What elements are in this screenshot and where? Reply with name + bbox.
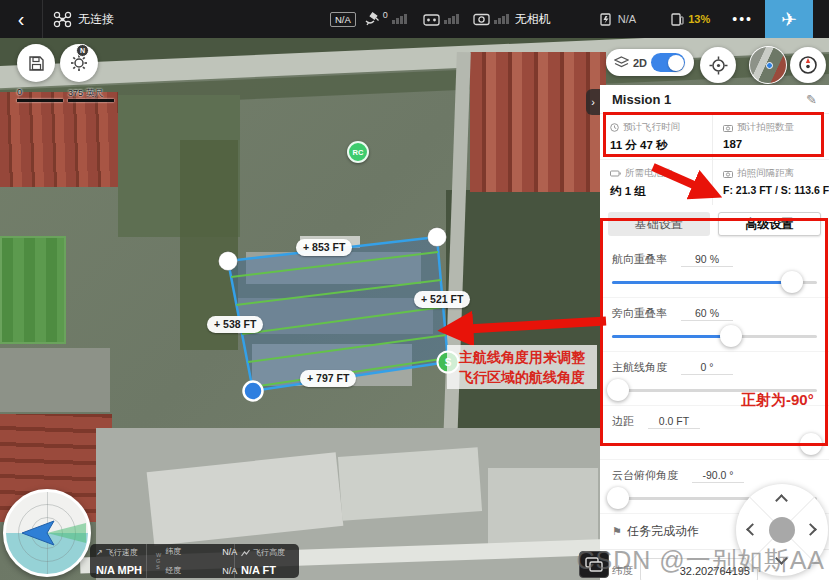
battery-icon bbox=[610, 170, 621, 177]
satellite-signal-bars bbox=[392, 14, 407, 24]
map-texture bbox=[0, 348, 110, 412]
mission-stats: 预计飞行时间 11 分 47 秒 预计拍照数量 187 所需电池数 约 1 组 … bbox=[600, 114, 829, 205]
map-texture bbox=[470, 52, 606, 192]
save-mission-button[interactable] bbox=[17, 44, 55, 82]
map-texture bbox=[338, 447, 482, 521]
camera-status: 无相机 bbox=[515, 11, 551, 28]
minimap-location-dot bbox=[766, 62, 773, 69]
drone-icon bbox=[53, 11, 72, 28]
slider-value-field[interactable]: -90.0 ° bbox=[692, 469, 744, 483]
stat-photo-count: 预计拍照数量 187 bbox=[712, 114, 829, 159]
app-screen: S + 853 FT + 521 FT + 538 FT + 797 FT RC… bbox=[0, 0, 829, 580]
telemetry-altitude: 飞行高度 N/A FT bbox=[234, 544, 298, 578]
dpad-right-button[interactable] bbox=[804, 523, 817, 536]
slider-knob[interactable] bbox=[607, 379, 629, 401]
map-texture bbox=[246, 252, 421, 284]
layers-icon bbox=[614, 56, 629, 69]
compass-heading-beam bbox=[47, 523, 86, 543]
gps-badge: N/A bbox=[330, 12, 356, 27]
gear-icon bbox=[70, 54, 88, 72]
tab-basic-settings[interactable]: 基础设置 bbox=[608, 212, 710, 236]
save-icon bbox=[28, 55, 45, 72]
airplane-icon: ✈ bbox=[781, 8, 797, 31]
slider-value-field[interactable]: 90 % bbox=[681, 253, 733, 267]
map-texture bbox=[446, 190, 608, 455]
slider-knob[interactable] bbox=[800, 433, 822, 455]
map-mode-label: 2D bbox=[633, 57, 647, 69]
map-mode-pill[interactable]: 2D bbox=[606, 49, 694, 76]
slider-margin: 边距0.0 FT bbox=[600, 406, 829, 460]
scale-start-label: 0 bbox=[17, 87, 22, 97]
rc-signal-bars bbox=[444, 14, 459, 24]
dpad-left-button[interactable] bbox=[746, 523, 759, 536]
rc-position-marker: RC bbox=[347, 141, 369, 163]
edge-length-bottom: + 797 FT bbox=[300, 370, 356, 387]
compass-icon bbox=[798, 55, 818, 75]
telemetry-speed: ↗飞行速度 N/A MPH bbox=[90, 544, 146, 578]
minimap-thumbnail bbox=[750, 47, 786, 83]
camera-icon bbox=[723, 124, 733, 132]
compass-reset-button[interactable] bbox=[790, 47, 826, 83]
telemetry-bar: ↗飞行速度 N/A MPH WGS 纬度N/A 经度N/A 飞行高度 N/A F… bbox=[90, 544, 299, 578]
flag-icon: ⚑ bbox=[612, 525, 622, 538]
panel-collapse-button[interactable]: › bbox=[586, 89, 600, 115]
dpad-up-button[interactable] bbox=[775, 494, 788, 507]
speed-arrow-icon: ↗ bbox=[96, 548, 103, 557]
toggle-knob bbox=[668, 55, 684, 71]
camera-link-icon bbox=[473, 13, 490, 26]
attitude-compass bbox=[3, 489, 91, 577]
camera-signal-bars bbox=[494, 14, 509, 24]
slider-knob[interactable] bbox=[607, 487, 629, 509]
watermark: CSDN @一别如斯AA bbox=[576, 544, 825, 577]
scale-bar bbox=[68, 99, 114, 102]
gimbal-annotation: 正射为-90° bbox=[741, 391, 814, 410]
edit-mission-icon[interactable]: ✎ bbox=[806, 92, 817, 107]
slider-value-field[interactable]: 60 % bbox=[681, 307, 733, 321]
slider-knob[interactable] bbox=[781, 271, 803, 293]
mission-title: Mission 1 bbox=[612, 92, 671, 107]
route-angle-annotation: 主航线角度用来调整 飞行区域的航线角度 bbox=[447, 345, 597, 389]
slider-value-field[interactable]: 0 ° bbox=[681, 361, 733, 375]
finish-action-label: 任务完成动作 bbox=[627, 523, 699, 540]
rc-battery-value: N/A bbox=[618, 13, 636, 25]
slider-track[interactable] bbox=[612, 433, 817, 455]
edge-length-left: + 538 FT bbox=[207, 316, 263, 333]
crosshair-icon bbox=[709, 56, 728, 75]
device-battery-value: 13% bbox=[688, 13, 710, 25]
map-texture bbox=[0, 92, 118, 187]
edge-length-top: + 853 FT bbox=[296, 239, 352, 256]
dpad-center-button[interactable] bbox=[769, 517, 795, 543]
slider-knob[interactable] bbox=[720, 325, 742, 347]
camera-icon bbox=[723, 170, 733, 178]
locate-button[interactable] bbox=[700, 47, 736, 83]
slider-value-field[interactable]: 0.0 FT bbox=[648, 415, 700, 429]
divider bbox=[42, 0, 43, 38]
map-2d-toggle[interactable] bbox=[651, 53, 685, 72]
back-button[interactable]: ‹ bbox=[0, 8, 42, 31]
satellite-count: 0 bbox=[383, 10, 388, 20]
satellite-icon bbox=[364, 12, 381, 27]
device-battery-icon bbox=[670, 12, 684, 27]
rc-battery-icon bbox=[599, 12, 614, 27]
clock-icon bbox=[610, 123, 619, 132]
edge-length-right: + 521 FT bbox=[414, 291, 470, 308]
telemetry-position: WGS 纬度N/A 经度N/A bbox=[146, 544, 234, 578]
remote-controller-icon bbox=[423, 12, 440, 26]
minimap-button[interactable] bbox=[749, 46, 787, 84]
stat-flight-time: 预计飞行时间 11 分 47 秒 bbox=[600, 114, 712, 159]
north-badge: N bbox=[76, 44, 89, 57]
stat-photo-interval: 拍照间隔距离 F: 21.3 FT / S: 113.6 FT bbox=[712, 159, 829, 205]
mission-panel: › Mission 1 ✎ 预计飞行时间 11 分 47 秒 预计拍照数量 18… bbox=[600, 85, 829, 580]
connection-status: 无连接 bbox=[78, 11, 114, 28]
tab-advanced-settings[interactable]: 高级设置 bbox=[718, 212, 822, 236]
top-status-bar: ‹ 无连接 N/A 0 无相机 N/A 13% ••• ✈ bbox=[0, 0, 829, 38]
stat-batteries: 所需电池数 约 1 组 bbox=[600, 159, 712, 205]
advanced-settings-sliders: 航向重叠率90 % 旁向重叠率60 % 主航线角度0 ° 边距0.0 FT 云台… bbox=[600, 244, 829, 514]
more-menu-button[interactable]: ••• bbox=[732, 11, 753, 27]
slider-track[interactable] bbox=[612, 325, 817, 347]
slider-side-overlap: 旁向重叠率60 % bbox=[600, 298, 829, 352]
altitude-icon bbox=[241, 549, 250, 557]
scale-bar bbox=[17, 99, 63, 102]
takeoff-button[interactable]: ✈ bbox=[765, 0, 813, 38]
slider-track[interactable] bbox=[612, 271, 817, 293]
